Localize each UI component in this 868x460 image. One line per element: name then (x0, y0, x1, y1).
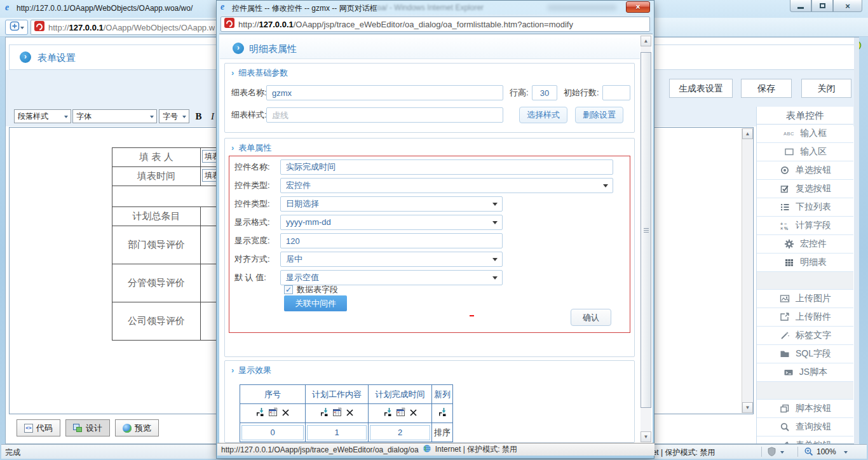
screen: e http://127.0.0.1/OAapp/WebObjects/OAap… (0, 0, 868, 460)
link-middleware-button[interactable]: 关联中间件 (284, 295, 347, 311)
bold-button[interactable]: B (193, 109, 204, 123)
font-select[interactable]: 字体 (72, 109, 157, 123)
control-type-select[interactable]: 宏控件 (280, 178, 613, 193)
column-actions-cell (369, 404, 432, 423)
scroll-down-button[interactable]: ▼ (641, 431, 651, 442)
sidebar-item-表单按钮[interactable]: 表单按钮 (757, 436, 853, 443)
sidebar-item-标签文字[interactable]: 标签文字 (757, 327, 853, 345)
dialog-url-text: http://127.0.0.1/OAapp/jsp/trace_eWebEdi… (238, 20, 573, 29)
close-page-button[interactable]: 关闭 (801, 79, 851, 98)
control-subtype-select[interactable]: 日期选择 (280, 196, 503, 212)
sidebar-item-输入框[interactable]: ABC输入框 (757, 125, 853, 143)
edit-icon[interactable] (332, 407, 342, 420)
security-shield-icon[interactable] (768, 447, 776, 458)
choose-style-button[interactable]: 选择样式 (519, 107, 567, 123)
sidebar-item-明细表[interactable]: 明细表 (757, 254, 853, 272)
display-effect-table: 序号计划工作内容计划完成时间新列012排序 (240, 384, 453, 442)
delete-icon[interactable] (409, 408, 417, 419)
control-properties-dialog: e 控件属性 -- 修改控件 -- gzmx -- 网页对话框 oa/ - Wi… (216, 0, 654, 459)
code-icon: <> (24, 424, 33, 433)
scroll-up-button[interactable]: ▲ (641, 36, 651, 46)
control-name-input[interactable] (280, 159, 613, 175)
sidebar-item-脚本按钮[interactable]: 脚本按钮 (757, 400, 853, 418)
close-button[interactable]: × (833, 0, 862, 12)
dialog-scrollbar[interactable]: ▲ ▼ (641, 36, 651, 442)
selected-value: 显示空值 (286, 273, 319, 282)
divider (761, 447, 762, 457)
display-width-input[interactable] (280, 233, 503, 248)
editor-scrollbar[interactable]: ▲ ▼ (742, 128, 752, 413)
scroll-down-button[interactable]: ▼ (742, 402, 753, 413)
delete-settings-button[interactable]: 删除设置 (575, 107, 623, 123)
font-size-select[interactable]: 字号 (159, 109, 189, 123)
tab-preview[interactable]: 预览 (115, 419, 159, 436)
row-height-input[interactable] (532, 85, 557, 100)
zoom-icon[interactable] (804, 447, 813, 458)
insert-icon[interactable] (255, 407, 265, 419)
radio-icon (779, 165, 790, 175)
insert-icon[interactable] (438, 407, 447, 419)
minimize-button[interactable] (790, 0, 811, 12)
tab-design[interactable]: 设计 (65, 419, 110, 436)
chevron-down-icon (64, 116, 68, 120)
favorites-add-button[interactable] (5, 20, 28, 35)
divider (797, 447, 798, 457)
dialog-status-bar: http://127.0.0.1/OAapp/jsp/trace_eWebEdi… (217, 443, 654, 456)
gear-icon (783, 239, 795, 249)
initial-rows-input[interactable] (602, 85, 630, 100)
maximize-button[interactable] (811, 0, 833, 12)
display-format-select[interactable]: yyyy-mm-dd (280, 215, 503, 230)
delete-icon[interactable] (281, 408, 290, 419)
sidebar-item-宏控件[interactable]: 宏控件 (757, 235, 853, 254)
selected-value: 居中 (286, 254, 302, 264)
dialog-status-url: http://127.0.0.1/OAapp/jsp/trace_eWebEdi… (221, 445, 419, 454)
delete-icon[interactable] (346, 408, 354, 419)
svg-text:× %: × % (780, 226, 789, 231)
insert-icon[interactable] (320, 407, 329, 419)
generate-table-settings-button[interactable]: 生成表设置 (669, 79, 733, 98)
edit-icon[interactable] (396, 407, 406, 420)
edit-icon[interactable] (268, 407, 278, 420)
dialog-close-button[interactable]: × (626, 1, 650, 13)
ghost-window-title: oa/ - Windows Internet Explorer (377, 3, 484, 12)
confirm-button[interactable]: 确认 (571, 309, 611, 326)
base-params-section: 细表基础参数 细表名称: 行高: 初始行数: 细表样式: 选择样式 删除设置 (224, 63, 635, 133)
sidebar-item-label: 输入框 (800, 128, 827, 139)
abc-icon: ABC (783, 128, 795, 139)
sidebar-item-输入区[interactable]: 输入区 (757, 143, 853, 161)
sort-link[interactable]: 排序 (432, 423, 453, 442)
column-index-value: 2 (370, 425, 430, 440)
sidebar-item-单选按钮[interactable]: 单选按钮 (757, 161, 853, 180)
chevron-down-icon[interactable] (844, 451, 848, 456)
sidebar-item-上传图片[interactable]: 上传图片 (757, 290, 853, 308)
copy-icon (779, 403, 790, 414)
sidebar-separator (757, 272, 853, 290)
scrollbar-thumb[interactable] (641, 52, 651, 408)
sidebar-item-SQL字段[interactable]: SQL字段 (757, 345, 853, 363)
sidebar-item-label: 明细表 (800, 257, 827, 268)
sidebar-item-查询按钮[interactable]: 查询按钮 (757, 418, 853, 436)
chevron-down-icon[interactable] (780, 451, 784, 456)
sidebar-item-JS脚本[interactable]: JS脚本 (757, 363, 853, 382)
sidebar-item-计算字段[interactable]: + −× %计算字段 (757, 217, 853, 235)
sidebar-item-下拉列表[interactable]: 下拉列表 (757, 198, 853, 217)
tab-code[interactable]: <>代码 (17, 419, 60, 436)
sidebar-item-上传附件[interactable]: 上传附件 (757, 308, 853, 327)
dialog-ie-icon: e (220, 3, 224, 11)
save-button[interactable]: 保存 (741, 79, 792, 98)
paragraph-style-select[interactable]: 段落样式 (14, 109, 71, 123)
dialog-url-field[interactable]: http://127.0.0.1/OAapp/jsp/trace_eWebEdi… (220, 17, 650, 32)
sidebar-item-复选按钮[interactable]: 复选按钮 (757, 180, 853, 198)
minimize-icon (797, 7, 804, 9)
attach-icon (779, 312, 790, 322)
field-label: 显示格式: (234, 215, 270, 230)
row-label-cell: 分管领导评价 (112, 264, 201, 302)
align-select[interactable]: 居中 (280, 252, 503, 267)
zoom-level[interactable]: 100% (817, 447, 836, 456)
detail-name-input[interactable] (266, 85, 503, 100)
wand-icon (779, 330, 790, 341)
data-field-checkbox[interactable]: ✓ (284, 285, 293, 294)
insert-icon[interactable] (383, 407, 393, 419)
detail-style-input[interactable] (266, 107, 503, 123)
scroll-up-button[interactable]: ▲ (742, 128, 753, 139)
